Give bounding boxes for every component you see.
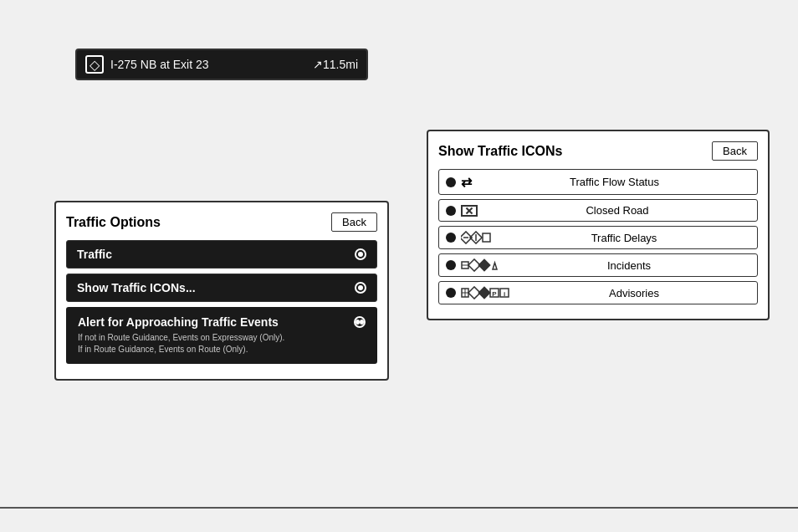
show-icons-item-label: Show Traffic ICONs...	[77, 281, 196, 294]
traffic-icons-back-button[interactable]: Back	[712, 141, 758, 161]
traffic-icons-panel: Show Traffic ICONs Back ⇄ Traffic Flow S…	[427, 130, 770, 320]
traffic-menu-item-traffic[interactable]: Traffic	[66, 240, 377, 269]
delays-icons	[461, 231, 491, 244]
flow-status-icons: ⇄	[461, 174, 472, 190]
svg-rect-8	[478, 259, 490, 271]
advisories-bullet	[446, 288, 456, 298]
svg-marker-9	[493, 263, 497, 269]
flow-status-bullet	[446, 177, 456, 187]
alert-subtext: If not in Route Guidance, Events on Expr…	[78, 332, 366, 356]
alert-traffic-events-item[interactable]: Alert for Approaching Traffic Events If …	[66, 307, 377, 364]
nav-road-name: I-275 NB at Exit 23	[110, 58, 313, 71]
closed-road-box-icon	[461, 205, 478, 217]
traffic-options-header: Traffic Options Back	[66, 212, 377, 232]
incidents-bullet	[446, 260, 456, 270]
closed-road-label: Closed Road	[484, 204, 750, 217]
alert-radio-dot	[354, 316, 366, 328]
arrows-icon: ⇄	[461, 174, 472, 190]
traffic-icons-title: Show Traffic ICONs	[438, 144, 562, 159]
alert-item-top: Alert for Approaching Traffic Events	[78, 315, 366, 329]
advisories-row[interactable]: P i Advisories	[438, 281, 758, 304]
traffic-item-label: Traffic	[77, 248, 112, 261]
alert-item-label: Alert for Approaching Traffic Events	[78, 315, 279, 329]
show-icons-radio-dot	[355, 282, 366, 294]
advisories-label: Advisories	[518, 287, 750, 299]
delays-bullet	[446, 233, 456, 243]
flow-status-label: Traffic Flow Status	[478, 176, 750, 188]
delays-label: Traffic Delays	[498, 232, 750, 244]
traffic-flow-status-row[interactable]: ⇄ Traffic Flow Status	[438, 169, 758, 195]
svg-rect-14	[478, 287, 490, 299]
advisories-icons: P i	[461, 286, 511, 299]
incidents-icons	[461, 258, 501, 272]
alert-subtext-line2: If in Route Guidance, Events on Route (O…	[78, 345, 248, 354]
closed-road-row[interactable]: Closed Road	[438, 199, 758, 222]
svg-text:P: P	[492, 290, 497, 298]
closed-road-icons	[461, 205, 478, 217]
incidents-row[interactable]: Incidents	[438, 253, 758, 277]
navigation-bar: ◇ I-275 NB at Exit 23 ↗11.5mi	[75, 49, 368, 80]
nav-distance: ↗11.5mi	[313, 58, 358, 71]
advisories-svg-icons: P i	[461, 286, 511, 299]
closed-road-bullet	[446, 206, 456, 216]
svg-rect-4	[483, 233, 490, 242]
traffic-icons-header: Show Traffic ICONs Back	[438, 141, 758, 161]
alert-subtext-line1: If not in Route Guidance, Events on Expr…	[78, 333, 284, 342]
svg-text:i: i	[504, 290, 505, 298]
traffic-options-back-button[interactable]: Back	[331, 212, 377, 232]
incidents-label: Incidents	[508, 259, 750, 272]
bottom-divider	[0, 507, 798, 509]
nav-direction-icon: ◇	[85, 55, 104, 74]
traffic-delays-row[interactable]: Traffic Delays	[438, 226, 758, 249]
incidents-svg-icons	[461, 258, 501, 272]
traffic-options-panel: Traffic Options Back Traffic Show Traffi…	[54, 201, 389, 381]
delays-svg-icons	[461, 231, 491, 244]
traffic-menu-item-show-icons[interactable]: Show Traffic ICONs...	[66, 274, 377, 302]
traffic-options-title: Traffic Options	[66, 215, 161, 230]
traffic-radio-dot	[355, 248, 366, 260]
